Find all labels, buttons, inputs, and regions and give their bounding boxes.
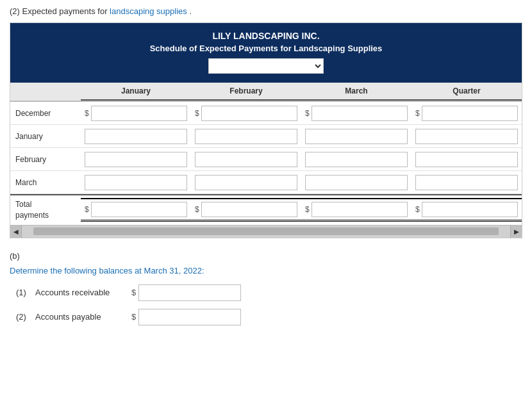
company-name: LILY LANDSCAPING INC. [17,31,515,41]
col-header-quarter: Quarter [411,83,522,101]
mar-mar-input[interactable] [305,175,408,190]
feb-mar-cell [301,149,411,170]
section-b: (b) Determine the following balances at … [10,251,522,325]
mar-jan-input[interactable] [85,175,187,190]
total-feb-dollar: $ [195,205,199,214]
section-b-label: (b) [10,251,522,261]
dec-mar-dollar: $ [305,109,310,118]
dec-jan-cell: $ [81,103,191,124]
total-mar-dollar: $ [305,205,310,214]
mar-mar-cell [301,172,411,193]
scroll-left-arrow[interactable]: ◀ [10,225,22,238]
total-jan-dollar: $ [85,205,89,214]
dec-quarter-cell: $ [411,103,522,124]
mar-quarter-cell [411,172,522,193]
col-header-jan: January [81,83,191,101]
total-feb-cell: $ [191,198,301,222]
feb-jan-cell [81,149,191,170]
dropdown-wrapper [17,58,515,74]
dec-mar-cell: $ [301,103,411,124]
page-wrapper: (2) Expected payments for landscaping su… [0,0,532,340]
dec-quarter-input[interactable] [422,106,518,121]
mar-quarter-input[interactable] [415,175,518,190]
determine-text: Determine the following balances at Marc… [10,266,522,275]
dec-feb-input[interactable] [201,106,297,121]
feb-quarter-input[interactable] [415,152,518,167]
col-header-empty [10,83,81,101]
data-table: December $ $ $ $ [10,102,522,225]
jan-quarter-cell [411,126,522,147]
intro-suffix: . [189,6,192,16]
scroll-bar-track[interactable] [33,227,499,235]
jan-mar-cell [301,126,411,147]
february-label: February [10,151,81,168]
schedule-dropdown[interactable] [208,58,324,74]
balance-num-1: (1) [16,288,35,297]
total-feb-input[interactable] [201,202,297,217]
feb-quarter-cell [411,149,522,170]
accounts-receivable-input[interactable] [138,284,241,301]
intro-highlight: landscaping supplies [110,6,187,16]
accounts-payable-input[interactable] [138,309,241,325]
december-label: December [10,105,81,122]
schedule-header: LILY LANDSCAPING INC. Schedule of Expect… [10,23,522,83]
accounts-payable-dollar: $ [131,312,136,322]
march-row: March [10,171,522,194]
intro-prefix: (2) Expected payments for [10,6,107,16]
total-row: Total payments $ $ $ $ [10,194,522,225]
accounts-receivable-dollar: $ [131,288,136,297]
dec-feb-cell: $ [191,103,301,124]
col-header-feb: February [191,83,301,101]
column-headers: January February March Quarter [10,83,522,102]
mar-jan-cell [81,172,191,193]
scroll-right-arrow[interactable]: ▶ [510,225,522,238]
total-quarter-input[interactable] [422,202,518,217]
total-quarter-cell: $ [411,198,522,222]
total-line2: payments [15,211,49,220]
feb-feb-input[interactable] [195,152,297,167]
total-label: Total payments [10,195,81,225]
february-row: February [10,148,522,171]
jan-jan-input[interactable] [85,129,187,144]
schedule-container: LILY LANDSCAPING INC. Schedule of Expect… [10,22,522,238]
col-header-mar: March [301,83,411,101]
jan-jan-cell [81,126,191,147]
balance-num-2: (2) [16,312,35,322]
jan-feb-cell [191,126,301,147]
jan-mar-input[interactable] [305,129,408,144]
dec-quarter-dollar: $ [415,109,420,118]
january-row: January [10,125,522,148]
accounts-receivable-row: (1) Accounts receivable $ [10,284,522,301]
dec-feb-dollar: $ [195,109,199,118]
feb-feb-cell [191,149,301,170]
accounts-payable-label: Accounts payable [35,312,131,322]
mar-feb-cell [191,172,301,193]
january-label: January [10,128,81,145]
dec-mar-input[interactable] [312,106,408,121]
jan-feb-input[interactable] [195,129,297,144]
mar-feb-input[interactable] [195,175,297,190]
scroll-bar-area: ◀ ▶ [10,225,522,238]
march-label: March [10,174,81,191]
dec-jan-dollar: $ [85,109,89,118]
total-jan-input[interactable] [91,202,187,217]
accounts-receivable-label: Accounts receivable [35,288,131,297]
total-quarter-dollar: $ [415,205,420,214]
total-mar-cell: $ [301,198,411,222]
intro-text: (2) Expected payments for landscaping su… [10,6,522,16]
feb-mar-input[interactable] [305,152,408,167]
dec-jan-input[interactable] [91,106,187,121]
accounts-payable-row: (2) Accounts payable $ [10,309,522,325]
december-row: December $ $ $ $ [10,102,522,125]
total-jan-cell: $ [81,198,191,222]
total-line1: Total [15,200,31,209]
schedule-title: Schedule of Expected Payments for Landsc… [17,44,515,53]
feb-jan-input[interactable] [85,152,187,167]
total-mar-input[interactable] [312,202,408,217]
jan-quarter-input[interactable] [415,129,518,144]
